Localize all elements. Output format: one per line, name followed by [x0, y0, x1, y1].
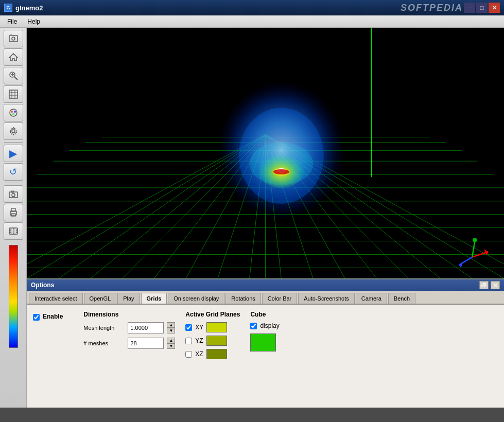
svg-point-15: [14, 111, 16, 113]
title-bar: G glnemo2 SOFTPEDIA ─ □ ✕: [0, 0, 504, 15]
dimensions-section: Dimensions Mesh length ▲ ▼ # meshes: [83, 311, 175, 353]
planes-title: Active Grid Planes: [185, 311, 240, 318]
plane-row-xz: XZ: [185, 349, 240, 359]
mesh-length-down[interactable]: ▼: [167, 328, 175, 333]
3d-viewport[interactable]: [27, 28, 504, 278]
viewport-panel-container: Options 🗗 ✕ Interactive select OpenGL Pl…: [27, 28, 504, 408]
svg-point-2: [12, 37, 15, 40]
toolbar-separator-2: [4, 183, 23, 183]
plane-xz-checkbox[interactable]: [185, 351, 192, 358]
meshes-row: # meshes ▲ ▼: [83, 338, 175, 349]
cube-display-checkbox[interactable]: [250, 323, 257, 329]
plane-xz-color[interactable]: [206, 349, 227, 359]
toolbar-settings[interactable]: [4, 122, 23, 140]
mesh-length-spinner: ▲ ▼: [167, 322, 175, 333]
app-icon-letter: G: [6, 5, 10, 10]
toolbar-separator-1: [4, 142, 23, 143]
svg-point-75: [473, 238, 477, 242]
tab-color-bar[interactable]: Color Bar: [262, 293, 297, 304]
softpedia-label: SOFTPEDIA: [401, 3, 463, 13]
svg-point-16: [12, 113, 14, 115]
meshes-spinner: ▲ ▼: [167, 338, 175, 349]
toolbar-play[interactable]: ▶: [4, 145, 23, 162]
window-controls: ─ □ ✕: [464, 3, 500, 13]
menu-bar: File Help: [0, 15, 504, 28]
app-title: glnemo2: [15, 4, 464, 12]
tabs-bar: Interactive select OpenGL Play Grids On …: [27, 291, 504, 305]
svg-point-14: [11, 111, 13, 113]
scene-svg: [27, 28, 504, 278]
toolbar-film[interactable]: [4, 222, 23, 240]
tab-interactive-select[interactable]: Interactive select: [29, 293, 83, 304]
tab-auto-screenshots[interactable]: Auto-Screenshots: [298, 293, 354, 304]
svg-point-17: [12, 130, 15, 133]
toolbar-camera[interactable]: [4, 185, 23, 203]
dimensions-title: Dimensions: [83, 311, 175, 318]
options-controls: 🗗 ✕: [479, 281, 500, 289]
plane-xy-label: XY: [195, 324, 203, 331]
svg-rect-27: [16, 230, 18, 231]
tab-rotations[interactable]: Rotations: [225, 293, 260, 304]
toolbar-refresh[interactable]: ↺: [4, 163, 23, 181]
meshes-label: # meshes: [83, 340, 125, 346]
svg-rect-12: [9, 90, 18, 98]
toolbar-palette[interactable]: [4, 104, 23, 121]
options-restore-button[interactable]: 🗗: [479, 281, 489, 289]
toolbar-screenshot[interactable]: [4, 30, 23, 47]
svg-rect-0: [9, 36, 18, 42]
plane-xy-color[interactable]: [206, 322, 227, 332]
tab-bench[interactable]: Bench: [388, 293, 415, 304]
grid-options: Enable Dimensions Mesh length ▲ ▼: [33, 311, 498, 362]
plane-yz-color[interactable]: [206, 336, 227, 346]
meshes-input[interactable]: [128, 338, 164, 349]
svg-rect-28: [16, 232, 18, 233]
color-bar-display: [9, 245, 18, 348]
svg-rect-26: [9, 232, 11, 233]
options-close-button[interactable]: ✕: [491, 281, 500, 289]
menu-file[interactable]: File: [2, 17, 22, 26]
tab-play[interactable]: Play: [117, 293, 140, 304]
plane-yz-checkbox[interactable]: [185, 338, 192, 344]
mesh-length-input[interactable]: [128, 322, 164, 333]
close-button[interactable]: ✕: [489, 3, 500, 13]
toolbar-print[interactable]: [4, 204, 23, 221]
cube-title: Cube: [250, 311, 279, 318]
meshes-up[interactable]: ▲: [167, 338, 175, 343]
cube-display-row: display: [250, 322, 279, 329]
plane-row-xy: XY: [185, 322, 240, 332]
tab-on-screen-display[interactable]: On screen display: [168, 293, 224, 304]
plane-yz-label: YZ: [195, 337, 203, 344]
svg-rect-25: [9, 230, 11, 231]
toolbar-grid[interactable]: [4, 85, 23, 103]
tab-camera[interactable]: Camera: [356, 293, 387, 304]
svg-line-5: [14, 77, 18, 80]
mesh-length-row: Mesh length ▲ ▼: [83, 322, 175, 333]
svg-rect-29: [12, 228, 13, 234]
svg-marker-3: [9, 54, 18, 61]
tab-grids[interactable]: Grids: [141, 293, 167, 305]
plane-xy-checkbox[interactable]: [185, 324, 192, 331]
planes-section: Active Grid Planes XY YZ: [185, 311, 240, 362]
svg-rect-1: [10, 34, 12, 36]
menu-help[interactable]: Help: [22, 17, 45, 26]
minimize-button[interactable]: ─: [464, 3, 475, 13]
mesh-length-label: Mesh length: [83, 325, 125, 331]
app-icon: G: [4, 4, 12, 12]
maximize-button[interactable]: □: [476, 3, 488, 13]
options-title: Options: [31, 282, 54, 289]
toolbar-home[interactable]: [4, 48, 23, 66]
cube-color-swatch[interactable]: [250, 333, 276, 351]
left-toolbar: ▶ ↺: [0, 28, 27, 408]
enable-checkbox[interactable]: [33, 314, 40, 321]
mesh-length-up[interactable]: ▲: [167, 322, 175, 328]
toolbar-zoom[interactable]: [4, 67, 23, 84]
plane-row-yz: YZ: [185, 336, 240, 346]
cube-section: Cube display: [250, 311, 279, 351]
options-panel: Options 🗗 ✕ Interactive select OpenGL Pl…: [27, 278, 504, 408]
meshes-down[interactable]: ▼: [167, 343, 175, 349]
grids-tab-content: Enable Dimensions Mesh length ▲ ▼: [27, 305, 504, 408]
enable-label: Enable: [43, 313, 63, 320]
svg-point-71: [273, 169, 289, 174]
tab-opengl[interactable]: OpenGL: [84, 293, 117, 304]
svg-point-19: [12, 194, 15, 197]
